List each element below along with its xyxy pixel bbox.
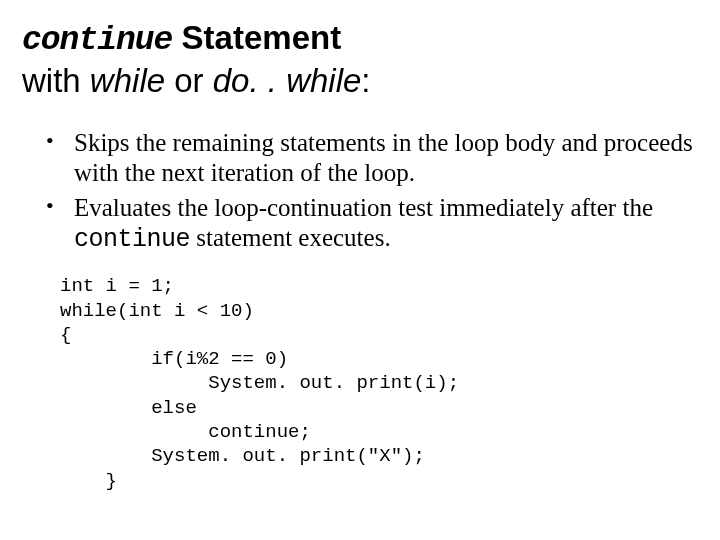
- bullet-item: Evaluates the loop-continuation test imm…: [66, 193, 698, 254]
- title-statement: Statement: [172, 19, 341, 56]
- slide: continue Statement with while or do. . w…: [0, 0, 720, 540]
- bullet-text-post: statement executes.: [190, 224, 391, 251]
- title-while: while: [90, 62, 165, 99]
- title-line2-mid: or: [165, 62, 213, 99]
- bullet-mono: continue: [74, 225, 190, 254]
- bullet-text-pre: Evaluates the loop-continuation test imm…: [74, 194, 653, 221]
- code-block: int i = 1; while(int i < 10) { if(i%2 ==…: [60, 274, 698, 493]
- title-line2-end: :: [361, 62, 370, 99]
- bullet-list: Skips the remaining statements in the lo…: [22, 128, 698, 254]
- bullet-item: Skips the remaining statements in the lo…: [66, 128, 698, 187]
- title-line2-pre: with: [22, 62, 90, 99]
- bullet-text: Skips the remaining statements in the lo…: [74, 129, 693, 186]
- title-dowhile: do. . while: [213, 62, 362, 99]
- slide-title: continue Statement with while or do. . w…: [22, 18, 698, 100]
- title-keyword: continue: [22, 22, 172, 59]
